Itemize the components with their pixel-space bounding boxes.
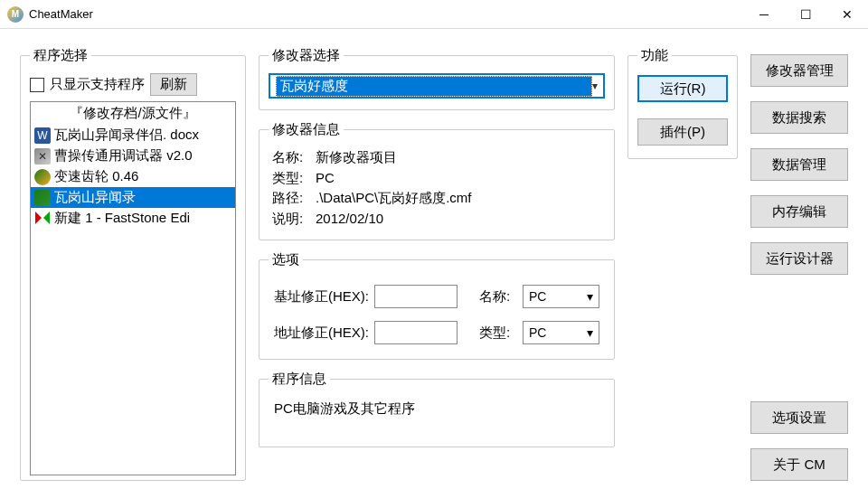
- list-item-label: 瓦岗山异闻录: [54, 189, 136, 206]
- modifier-select-group: 修改器选择 瓦岗好感度 ▾: [259, 47, 615, 110]
- close-button[interactable]: ✕: [826, 0, 868, 29]
- list-item-label: 新建 1 - FastStone Edi: [54, 210, 190, 227]
- list-item[interactable]: 新建 1 - FastStone Edi: [31, 208, 235, 229]
- speedgear-icon: [34, 169, 51, 185]
- list-item-label: 曹操传通用调试器 v2.0: [54, 147, 193, 165]
- modifier-manager-button[interactable]: 修改器管理: [750, 54, 848, 87]
- memory-edit-button[interactable]: 内存编辑: [750, 195, 848, 228]
- program-select-group: 程序选择 只显示支持程序 刷新 『修改存档/源文件』 W 瓦岗山异闻录伴侣. d…: [20, 47, 246, 481]
- chevron-down-icon: ▾: [592, 80, 598, 92]
- only-supported-checkbox[interactable]: [30, 78, 44, 92]
- info-label: 名称:: [272, 147, 316, 168]
- opt-name-select[interactable]: PC ▾: [523, 285, 599, 308]
- select-value: PC: [529, 289, 546, 304]
- opt-name-label: 名称:: [479, 288, 517, 306]
- base-fix-label: 基址修正(HEX):: [274, 288, 369, 306]
- list-item[interactable]: W 瓦岗山异闻录伴侣. docx: [31, 125, 235, 146]
- data-manage-button[interactable]: 数据管理: [750, 148, 848, 181]
- options-settings-button[interactable]: 选项设置: [750, 401, 848, 434]
- addr-fix-input[interactable]: [374, 321, 458, 344]
- maximize-button[interactable]: ☐: [785, 0, 826, 29]
- info-value: 新修改器项目: [316, 147, 397, 168]
- run-button[interactable]: 运行(R): [637, 75, 728, 102]
- app-icon: M: [7, 6, 24, 23]
- info-label: 类型:: [272, 168, 316, 189]
- list-item[interactable]: 变速齿轮 0.46: [31, 166, 235, 187]
- program-info-legend: 程序信息: [269, 371, 330, 388]
- list-item-label: 变速齿轮 0.46: [54, 168, 138, 185]
- file-list-header: 『修改存档/源文件』: [31, 102, 235, 125]
- minimize-button[interactable]: ─: [743, 0, 785, 29]
- faststone-icon: [34, 211, 51, 227]
- info-value: 2012/02/10: [316, 209, 383, 230]
- plugin-button[interactable]: 插件(P): [637, 118, 728, 146]
- chevron-down-icon: ▾: [587, 289, 593, 304]
- function-legend: 功能: [637, 47, 672, 64]
- data-search-button[interactable]: 数据搜索: [750, 101, 848, 134]
- select-value: PC: [529, 325, 546, 340]
- docx-icon: W: [34, 127, 51, 144]
- about-button[interactable]: 关于 CM: [750, 448, 848, 481]
- addr-fix-label: 地址修正(HEX):: [274, 324, 369, 342]
- program-info-text: PC电脑游戏及其它程序: [269, 397, 605, 436]
- app-title: CheatMaker: [29, 7, 743, 21]
- opt-type-select[interactable]: PC ▾: [523, 321, 599, 344]
- options-group: 选项 基址修正(HEX): 名称: PC ▾ 地址修正(HEX): 类型:: [259, 251, 615, 360]
- options-legend: 选项: [269, 251, 303, 268]
- modifier-info-legend: 修改器信息: [269, 121, 344, 138]
- function-group: 功能 运行(R) 插件(P): [627, 47, 738, 159]
- modifier-select-legend: 修改器选择: [269, 47, 344, 64]
- only-supported-label: 只显示支持程序: [50, 76, 145, 93]
- list-item[interactable]: ✕ 曹操传通用调试器 v2.0: [31, 146, 235, 166]
- info-value: PC: [316, 168, 335, 189]
- modifier-info-group: 修改器信息 名称:新修改器项目 类型:PC 路径:.\Data\PC\瓦岗好感度…: [259, 121, 615, 240]
- program-select-legend: 程序选择: [30, 47, 91, 64]
- modifier-combobox[interactable]: 瓦岗好感度 ▾: [269, 73, 605, 99]
- info-label: 说明:: [272, 209, 316, 230]
- file-list[interactable]: 『修改存档/源文件』 W 瓦岗山异闻录伴侣. docx ✕ 曹操传通用调试器 v…: [30, 101, 236, 475]
- program-info-group: 程序信息 PC电脑游戏及其它程序: [259, 371, 615, 447]
- list-item-label: 瓦岗山异闻录伴侣. docx: [54, 127, 199, 144]
- run-designer-button[interactable]: 运行设计器: [750, 242, 848, 275]
- info-value: .\Data\PC\瓦岗好感度.cmf: [316, 188, 472, 209]
- base-fix-input[interactable]: [374, 285, 458, 308]
- combobox-value: 瓦岗好感度: [276, 76, 592, 97]
- titlebar: M CheatMaker ─ ☐ ✕: [0, 0, 868, 29]
- window-controls: ─ ☐ ✕: [743, 0, 868, 29]
- tool-icon: ✕: [34, 148, 51, 165]
- game-icon: [34, 190, 51, 206]
- list-item[interactable]: 瓦岗山异闻录: [31, 187, 235, 208]
- info-label: 路径:: [272, 188, 316, 209]
- refresh-button[interactable]: 刷新: [150, 73, 197, 96]
- opt-type-label: 类型:: [479, 324, 517, 342]
- chevron-down-icon: ▾: [587, 325, 593, 340]
